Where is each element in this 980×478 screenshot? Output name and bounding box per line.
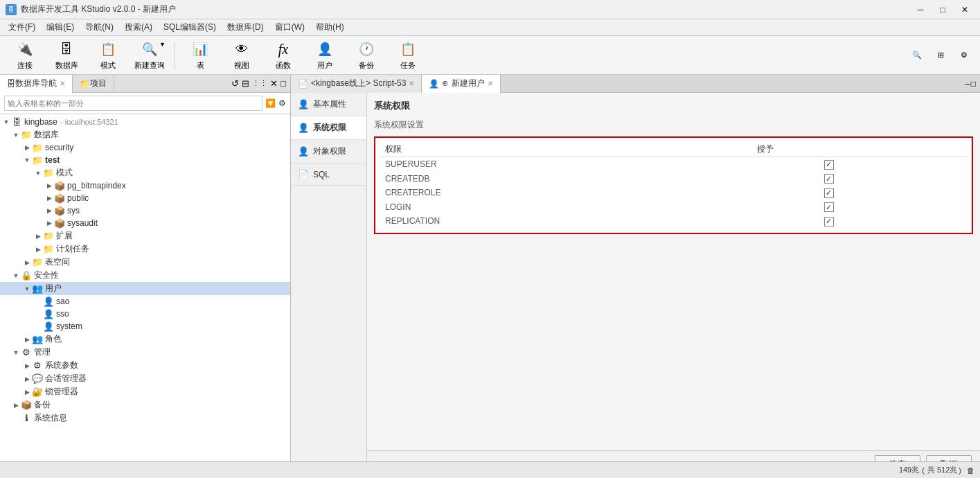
tab-bar-maximize-btn[interactable]: □ [971, 79, 976, 89]
prop-tab-basic[interactable]: 👤 基本属性 [291, 93, 366, 116]
checkbox-createdb[interactable]: ✓ [824, 174, 834, 184]
checkbox-login[interactable]: ✓ [824, 202, 834, 212]
menu-help[interactable]: 帮助(H) [310, 20, 350, 35]
perm-check-replication: ✓ [751, 214, 906, 229]
tab-new-user-close[interactable]: ✕ [488, 80, 493, 87]
tree-sys-params[interactable]: ▶ ⚙ 系统参数 [0, 359, 290, 372]
menu-window[interactable]: 窗口(W) [269, 20, 310, 35]
tree-roles[interactable]: ▶ 👥 角色 [0, 333, 290, 346]
checkbox-createrole[interactable]: ✓ [824, 188, 834, 198]
toolbar-settings-btn[interactable]: ⚙ [954, 39, 974, 72]
new-query-icon: 🔍 [140, 39, 159, 59]
page-title: 系统权限 [374, 100, 973, 112]
trash-icon[interactable]: 🗑 [967, 466, 974, 475]
tree-user-sao[interactable]: 👤 sao [0, 295, 290, 308]
toolbar-search-btn[interactable]: 🔍 [907, 39, 927, 72]
tree-schema-sysaudit[interactable]: ▶ 📦 sysaudit [0, 217, 290, 229]
nav-expand-btn[interactable]: □ [280, 78, 286, 89]
menu-nav[interactable]: 导航(N) [80, 20, 119, 35]
toolbar-new-query[interactable]: 🔍 新建查询 ▼ [130, 39, 169, 72]
tree-user-system[interactable]: 👤 system [0, 320, 290, 333]
toolbar-backup[interactable]: 🕐 备份 [347, 39, 386, 72]
prop-tab-sql[interactable]: 📄 SQL [291, 163, 366, 186]
nav-search-area: 🔽 ⚙ [0, 93, 290, 114]
nav-refresh-btn[interactable]: ↺ [231, 78, 239, 89]
user-icon: 👤 [315, 39, 335, 59]
toolbar-database[interactable]: 🗄 数据库 [47, 39, 86, 72]
toolbar-grid-btn[interactable]: ⊞ [930, 39, 951, 72]
project-icon: 📁 [80, 79, 90, 89]
minimize-button[interactable]: ─ [911, 3, 930, 17]
session-mgr-icon: 💬 [32, 373, 43, 384]
tab-script[interactable]: 📄 <kingbase线上> Script-53 ✕ [291, 75, 422, 93]
editor-content: 👤 基本属性 👤 系统权限 👤 对象权限 📄 SQL [291, 93, 980, 478]
perm-row-createrole: CREATEROLE ✓ [380, 186, 968, 200]
memory-separator: ( [922, 466, 925, 475]
nav-collapse-btn[interactable]: ⊟ [242, 78, 249, 89]
perm-check-superuser: ✓ [751, 157, 906, 172]
search-input[interactable] [4, 96, 262, 111]
basic-props-icon: 👤 [298, 99, 309, 109]
menu-search[interactable]: 搜索(A) [119, 20, 158, 35]
tree-schemas[interactable]: ▼ 📁 模式 [0, 166, 290, 179]
connect-icon: 🔌 [15, 39, 35, 59]
toolbar-user[interactable]: 👤 用户 [305, 39, 344, 72]
tree-databases[interactable]: ▼ 📁 数据库 [0, 128, 290, 141]
menu-file[interactable]: 文件(F) [3, 20, 41, 35]
maximize-button[interactable]: □ [933, 3, 952, 17]
tree-schema-pg[interactable]: ▶ 📦 pg_bitmapindex [0, 179, 290, 192]
toolbar-view[interactable]: 👁 视图 [222, 39, 261, 72]
tree-session-mgr[interactable]: ▶ 💬 会话管理器 [0, 372, 290, 385]
nav-menu-btn[interactable]: ⋮⋮ [252, 79, 267, 88]
tree-management[interactable]: ▼ ⚙ 管理 [0, 346, 290, 359]
checkbox-replication[interactable]: ✓ [824, 217, 834, 227]
nav-tab-project[interactable]: 📁 项目 [73, 75, 114, 93]
obj-perms-icon: 👤 [298, 146, 309, 157]
menu-database[interactable]: 数据库(D) [222, 20, 269, 35]
tab-script-close[interactable]: ✕ [409, 80, 414, 87]
db-nav-icon: 🗄 [7, 79, 15, 89]
tree-schema-public[interactable]: ▶ 📦 public [0, 192, 290, 204]
tree-scheduled-tasks[interactable]: ▶ 📁 计划任务 [0, 242, 290, 256]
left-panel: 🗄 数据库导航 ✕ 📁 项目 ↺ ⊟ ⋮⋮ ✕ □ 🔽 ⚙ [0, 75, 291, 478]
toolbar-schema[interactable]: 📋 模式 [89, 39, 127, 72]
toolbar-function[interactable]: fx 函数 [264, 39, 303, 72]
lock-mgr-icon: 🔐 [32, 387, 43, 398]
prop-tab-obj-perms[interactable]: 👤 对象权限 [291, 140, 366, 163]
tree-root-kingbase[interactable]: ▼ 🗄 kingbase - localhost:54321 [0, 116, 290, 128]
backup-tree-icon: 📦 [21, 400, 32, 411]
sys-params-icon: ⚙ [32, 360, 43, 371]
tree-sys-info[interactable]: ℹ 系统信息 [0, 411, 290, 425]
tree-extensions[interactable]: ▶ 📁 扩展 [0, 229, 290, 242]
toolbar-task[interactable]: 📋 任务 [389, 39, 427, 72]
tab-bar-minimize-btn[interactable]: ─ [965, 79, 971, 89]
settings-icon[interactable]: ⚙ [278, 98, 286, 108]
nav-tab-db[interactable]: 🗄 数据库导航 ✕ [0, 75, 73, 93]
tree-db-security[interactable]: ▶ 📁 security [0, 141, 290, 154]
perm-check-createrole: ✓ [751, 186, 906, 200]
toolbar-table[interactable]: 📊 表 [181, 39, 220, 72]
checkbox-superuser[interactable]: ✓ [824, 160, 834, 170]
prop-tab-sys-perms[interactable]: 👤 系统权限 [291, 116, 366, 140]
tree-security[interactable]: ▼ 🔒 安全性 [0, 269, 290, 282]
tree-schema-sys[interactable]: ▶ 📦 sys [0, 204, 290, 217]
close-button[interactable]: ✕ [955, 3, 974, 17]
tree-backup[interactable]: ▶ 📦 备份 [0, 398, 290, 411]
tree-users[interactable]: ▼ 👥 用户 [0, 282, 290, 295]
tree-tablespaces[interactable]: ▶ 📁 表空间 [0, 256, 290, 269]
toolbar-connect[interactable]: 🔌 连接 [6, 39, 44, 72]
tree-user-sso[interactable]: 👤 sso [0, 308, 290, 320]
tree-db-test[interactable]: ▼ 📁 test [0, 154, 290, 166]
tree-lock-mgr[interactable]: ▶ 🔐 锁管理器 [0, 385, 290, 398]
menu-bar: 文件(F) 编辑(E) 导航(N) 搜索(A) SQL编辑器(S) 数据库(D)… [0, 19, 980, 36]
menu-edit[interactable]: 编辑(E) [41, 20, 80, 35]
nav-tab-db-close[interactable]: ✕ [60, 80, 65, 87]
task-icon: 📋 [398, 39, 418, 59]
filter-icon[interactable]: 🔽 [265, 98, 276, 108]
toolbar: 🔌 连接 🗄 数据库 📋 模式 🔍 新建查询 ▼ 📊 表 👁 视图 fx 函数 … [0, 36, 980, 75]
tab-new-user[interactable]: 👤 ⊕ 新建用户 ✕ [422, 75, 500, 93]
perm-name-createdb: CREATEDB [380, 172, 751, 186]
security-icon: 🔒 [21, 270, 32, 281]
menu-sql-editor[interactable]: SQL编辑器(S) [158, 20, 222, 35]
nav-close-btn[interactable]: ✕ [270, 78, 278, 89]
